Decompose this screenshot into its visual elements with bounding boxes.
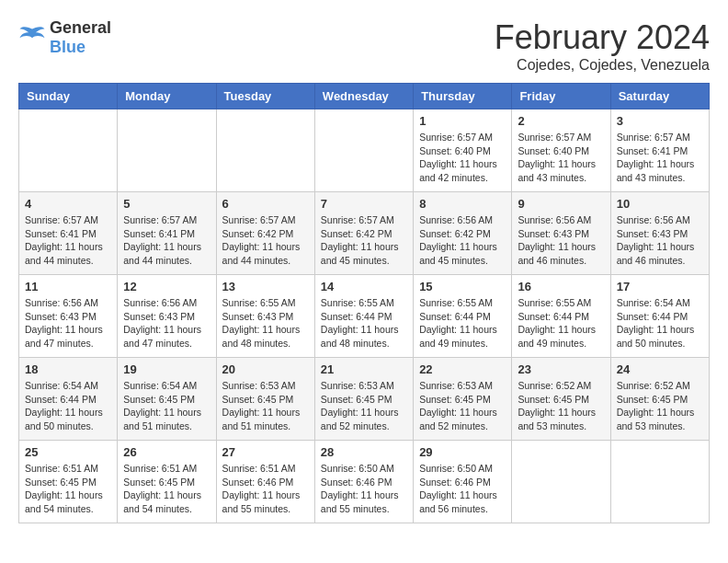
day-detail: Sunrise: 6:53 AMSunset: 6:45 PMDaylight:… (222, 379, 309, 433)
day-detail: Sunrise: 6:52 AMSunset: 6:45 PMDaylight:… (518, 379, 604, 433)
week-row-3: 11Sunrise: 6:56 AMSunset: 6:43 PMDayligh… (19, 275, 710, 358)
day-detail: Sunrise: 6:51 AMSunset: 6:45 PMDaylight:… (123, 462, 210, 516)
location-subtitle: Cojedes, Cojedes, Venezuela (495, 57, 710, 74)
day-number: 22 (419, 362, 506, 376)
day-number: 12 (123, 280, 210, 293)
day-detail: Sunrise: 6:57 AMSunset: 6:42 PMDaylight:… (222, 213, 309, 268)
weekday-header-thursday: Thursday (414, 84, 512, 109)
day-detail: Sunrise: 6:53 AMSunset: 6:45 PMDaylight:… (419, 379, 506, 433)
day-cell: 3Sunrise: 6:57 AMSunset: 6:41 PMDaylight… (610, 109, 709, 192)
day-cell (314, 109, 413, 192)
day-detail: Sunrise: 6:56 AMSunset: 6:42 PMDaylight:… (419, 213, 506, 268)
day-number: 24 (617, 362, 703, 376)
day-number: 14 (321, 280, 407, 293)
day-detail: Sunrise: 6:53 AMSunset: 6:45 PMDaylight:… (321, 379, 407, 433)
logo-blue: Blue (50, 38, 85, 56)
day-number: 9 (518, 197, 604, 211)
day-number: 7 (321, 197, 407, 211)
weekday-header-sunday: Sunday (19, 84, 118, 109)
day-cell (19, 109, 118, 192)
month-title: February 2024 (495, 18, 710, 57)
day-detail: Sunrise: 6:50 AMSunset: 6:46 PMDaylight:… (419, 462, 506, 516)
day-number: 4 (25, 197, 111, 211)
day-cell: 27Sunrise: 6:51 AMSunset: 6:46 PMDayligh… (216, 441, 314, 523)
day-number: 16 (518, 280, 604, 293)
day-cell: 4Sunrise: 6:57 AMSunset: 6:41 PMDaylight… (19, 192, 118, 275)
day-cell (118, 109, 216, 192)
day-number: 17 (617, 280, 703, 293)
day-cell: 21Sunrise: 6:53 AMSunset: 6:45 PMDayligh… (314, 358, 413, 441)
logo-general: General (50, 18, 111, 37)
day-number: 1 (419, 114, 506, 128)
weekday-header-monday: Monday (118, 84, 216, 109)
day-detail: Sunrise: 6:54 AMSunset: 6:44 PMDaylight:… (25, 379, 111, 433)
day-cell: 7Sunrise: 6:57 AMSunset: 6:42 PMDaylight… (314, 192, 413, 275)
day-cell: 14Sunrise: 6:55 AMSunset: 6:44 PMDayligh… (314, 275, 413, 358)
day-cell: 20Sunrise: 6:53 AMSunset: 6:45 PMDayligh… (216, 358, 314, 441)
day-number: 6 (222, 197, 309, 211)
bird-icon (18, 25, 46, 47)
day-detail: Sunrise: 6:57 AMSunset: 6:41 PMDaylight:… (25, 213, 111, 268)
day-cell: 9Sunrise: 6:56 AMSunset: 6:43 PMDaylight… (512, 192, 610, 275)
day-cell: 18Sunrise: 6:54 AMSunset: 6:44 PMDayligh… (19, 358, 118, 441)
day-number: 13 (222, 280, 309, 293)
day-detail: Sunrise: 6:57 AMSunset: 6:40 PMDaylight:… (518, 131, 604, 185)
day-cell: 11Sunrise: 6:56 AMSunset: 6:43 PMDayligh… (19, 275, 118, 358)
day-detail: Sunrise: 6:50 AMSunset: 6:46 PMDaylight:… (321, 462, 407, 516)
day-cell: 2Sunrise: 6:57 AMSunset: 6:40 PMDaylight… (512, 109, 610, 192)
day-cell: 23Sunrise: 6:52 AMSunset: 6:45 PMDayligh… (512, 358, 610, 441)
day-number: 23 (518, 362, 604, 376)
day-number: 28 (321, 445, 407, 459)
day-number: 26 (123, 445, 210, 459)
day-cell: 19Sunrise: 6:54 AMSunset: 6:45 PMDayligh… (118, 358, 216, 441)
day-number: 10 (617, 197, 703, 211)
day-detail: Sunrise: 6:52 AMSunset: 6:45 PMDaylight:… (617, 379, 703, 433)
weekday-header-friday: Friday (512, 84, 610, 109)
day-cell: 6Sunrise: 6:57 AMSunset: 6:42 PMDaylight… (216, 192, 314, 275)
title-block: February 2024 Cojedes, Cojedes, Venezuel… (495, 18, 710, 74)
day-cell (216, 109, 314, 192)
day-detail: Sunrise: 6:55 AMSunset: 6:44 PMDaylight:… (419, 296, 506, 350)
week-row-1: 1Sunrise: 6:57 AMSunset: 6:40 PMDaylight… (19, 109, 710, 192)
day-number: 11 (25, 280, 111, 293)
day-detail: Sunrise: 6:57 AMSunset: 6:41 PMDaylight:… (617, 131, 703, 185)
day-number: 25 (25, 445, 111, 459)
day-cell: 28Sunrise: 6:50 AMSunset: 6:46 PMDayligh… (314, 441, 413, 523)
day-detail: Sunrise: 6:56 AMSunset: 6:43 PMDaylight:… (123, 296, 210, 350)
day-detail: Sunrise: 6:54 AMSunset: 6:45 PMDaylight:… (123, 379, 210, 433)
day-detail: Sunrise: 6:51 AMSunset: 6:46 PMDaylight:… (222, 462, 309, 516)
day-number: 20 (222, 362, 309, 376)
day-number: 29 (419, 445, 506, 459)
logo: General Blue (18, 18, 111, 57)
weekday-header-row: SundayMondayTuesdayWednesdayThursdayFrid… (19, 84, 710, 109)
weekday-header-tuesday: Tuesday (216, 84, 314, 109)
day-cell: 5Sunrise: 6:57 AMSunset: 6:41 PMDaylight… (118, 192, 216, 275)
day-detail: Sunrise: 6:56 AMSunset: 6:43 PMDaylight:… (25, 296, 111, 350)
day-cell: 8Sunrise: 6:56 AMSunset: 6:42 PMDaylight… (414, 192, 512, 275)
day-number: 27 (222, 445, 309, 459)
weekday-header-saturday: Saturday (610, 84, 709, 109)
day-number: 15 (419, 280, 506, 293)
page-header: General Blue February 2024 Cojedes, Coje… (18, 18, 710, 74)
day-number: 8 (419, 197, 506, 211)
day-number: 5 (123, 197, 210, 211)
day-detail: Sunrise: 6:57 AMSunset: 6:41 PMDaylight:… (123, 213, 210, 268)
day-cell: 12Sunrise: 6:56 AMSunset: 6:43 PMDayligh… (118, 275, 216, 358)
day-detail: Sunrise: 6:57 AMSunset: 6:42 PMDaylight:… (321, 213, 407, 268)
day-cell: 16Sunrise: 6:55 AMSunset: 6:44 PMDayligh… (512, 275, 610, 358)
day-cell: 13Sunrise: 6:55 AMSunset: 6:43 PMDayligh… (216, 275, 314, 358)
day-cell: 29Sunrise: 6:50 AMSunset: 6:46 PMDayligh… (414, 441, 512, 523)
logo-text: General Blue (50, 18, 111, 57)
day-cell: 22Sunrise: 6:53 AMSunset: 6:45 PMDayligh… (414, 358, 512, 441)
day-detail: Sunrise: 6:55 AMSunset: 6:44 PMDaylight:… (518, 296, 604, 350)
day-cell: 26Sunrise: 6:51 AMSunset: 6:45 PMDayligh… (118, 441, 216, 523)
day-cell: 10Sunrise: 6:56 AMSunset: 6:43 PMDayligh… (610, 192, 709, 275)
day-cell: 1Sunrise: 6:57 AMSunset: 6:40 PMDaylight… (414, 109, 512, 192)
day-detail: Sunrise: 6:57 AMSunset: 6:40 PMDaylight:… (419, 131, 506, 185)
day-number: 18 (25, 362, 111, 376)
day-detail: Sunrise: 6:55 AMSunset: 6:43 PMDaylight:… (222, 296, 309, 350)
week-row-4: 18Sunrise: 6:54 AMSunset: 6:44 PMDayligh… (19, 358, 710, 441)
day-cell: 25Sunrise: 6:51 AMSunset: 6:45 PMDayligh… (19, 441, 118, 523)
day-number: 2 (518, 114, 604, 128)
calendar-table: SundayMondayTuesdayWednesdayThursdayFrid… (18, 83, 710, 523)
